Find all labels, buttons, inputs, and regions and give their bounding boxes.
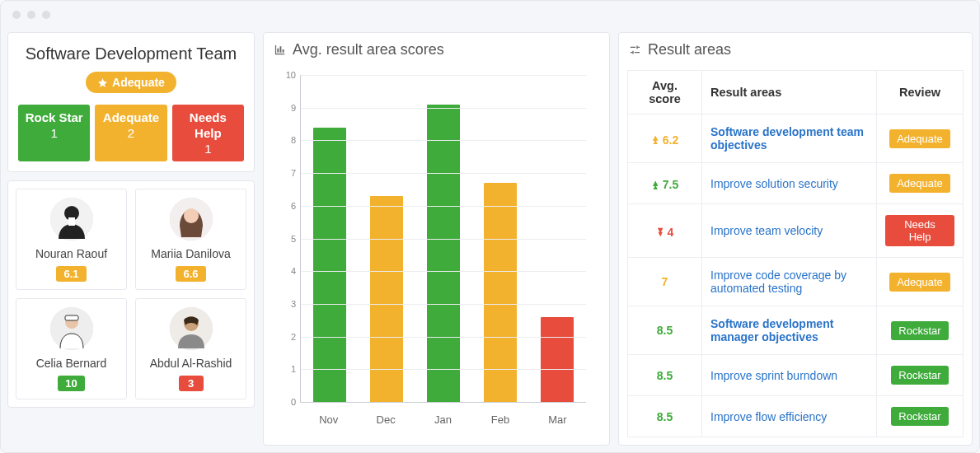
result-area-link[interactable]: Improve solution security	[710, 177, 838, 190]
result-area-link[interactable]: Improve code coverage by automated testi…	[710, 269, 846, 295]
trend-up-icon: ▲▲	[651, 180, 660, 189]
stat-rock-star[interactable]: Rock Star1	[18, 105, 90, 161]
stat-count: 1	[176, 142, 241, 157]
y-tick-label: 4	[278, 266, 296, 276]
member-name: Abdul Al-Rashid	[141, 357, 241, 370]
trend-down-icon: ▼▼	[656, 227, 665, 236]
sliders-icon	[629, 44, 641, 56]
member-score-badge: 3	[179, 376, 204, 391]
avatar	[50, 198, 93, 241]
avatar	[50, 307, 93, 350]
bar-mar[interactable]	[541, 317, 574, 402]
x-tick-label: Mar	[529, 413, 586, 426]
y-tick-label: 3	[278, 299, 296, 309]
member-card[interactable]: Nouran Raouf6.1	[16, 189, 127, 290]
member-score-badge: 6.6	[176, 266, 205, 282]
result-area-link[interactable]: Software development team objectives	[710, 125, 864, 152]
y-tick-label: 8	[278, 135, 296, 145]
avatar	[170, 307, 213, 350]
avg-scores-panel: Avg. result area scores 012345678910 Nov…	[263, 32, 610, 446]
stat-count: 2	[98, 126, 163, 142]
avatar	[170, 198, 213, 241]
review-tag[interactable]: Rockstar	[891, 407, 948, 426]
result-area-link[interactable]: Improve sprint burndown	[710, 369, 837, 382]
stat-label: Rock Star	[21, 110, 87, 126]
svg-point-4	[184, 208, 199, 223]
team-summary-card: Software Development Team Adequate Rock …	[7, 32, 255, 172]
avg-score: ▲▲7.5	[651, 178, 678, 191]
y-tick-label: 6	[278, 201, 296, 211]
stat-adequate[interactable]: Adequate2	[95, 105, 166, 161]
y-tick-label: 9	[278, 103, 296, 113]
window-controls	[12, 11, 50, 19]
result-area-row: 8.5Improve flow efficiencyRockstar	[628, 396, 964, 437]
x-tick-label: Dec	[357, 413, 414, 426]
result-area-row: ▲▲7.5Improve solution securityAdequate	[628, 163, 964, 204]
result-area-row: 7Improve code coverage by automated test…	[628, 258, 964, 306]
members-grid: Nouran Raouf6.1Mariia Danilova6.6Celia B…	[7, 180, 255, 408]
y-tick-label: 7	[278, 168, 296, 178]
result-area-link[interactable]: Software development manager objectives	[710, 317, 833, 343]
stat-label: Adequate	[98, 110, 163, 126]
member-card[interactable]: Celia Bernard10	[16, 298, 127, 399]
bar-nov[interactable]	[313, 128, 346, 402]
bar-chart-icon	[274, 44, 286, 56]
browser-chrome: Software Development Team Adequate Rock …	[0, 0, 980, 453]
x-tick-label: Feb	[471, 413, 528, 426]
member-name: Celia Bernard	[21, 357, 121, 370]
avg-score: 8.5	[657, 369, 673, 382]
team-status-pill[interactable]: Adequate	[86, 72, 176, 93]
avg-score: 7	[662, 275, 668, 288]
col-review: Review	[877, 71, 964, 114]
y-tick-label: 1	[278, 364, 296, 374]
y-tick-label: 10	[278, 70, 296, 80]
svg-rect-7	[65, 315, 78, 320]
avg-score: 8.5	[657, 410, 673, 423]
panel-title: Avg. result area scores	[293, 41, 444, 58]
avg-score: ▼▼4	[656, 226, 674, 239]
result-areas-panel: Result areas Avg. score Result areas Rev…	[618, 32, 973, 446]
avg-score: 8.5	[657, 324, 673, 337]
result-area-link[interactable]: Improve flow efficiency	[710, 410, 827, 423]
y-tick-label: 2	[278, 332, 296, 342]
team-title: Software Development Team	[18, 44, 244, 63]
x-tick-label: Nov	[300, 413, 357, 426]
bar-chart: 012345678910 NovDecJanFebMar	[300, 68, 596, 429]
stat-needs-help[interactable]: Needs Help1	[172, 105, 244, 161]
avg-score: ▲▲6.2	[651, 133, 678, 147]
review-tag[interactable]: Rockstar	[891, 321, 948, 340]
col-avg-score: Avg. score	[628, 71, 702, 114]
member-name: Mariia Danilova	[141, 247, 241, 260]
review-tag[interactable]: Adequate	[889, 129, 950, 148]
member-score-badge: 6.1	[56, 266, 86, 282]
result-area-row: 8.5Improve sprint burndownRockstar	[628, 355, 964, 396]
y-tick-label: 0	[278, 397, 296, 407]
trend-up-icon: ▲▲	[651, 135, 660, 144]
review-tag[interactable]: Rockstar	[891, 366, 948, 385]
stat-count: 1	[21, 126, 87, 142]
x-tick-label: Jan	[415, 413, 471, 426]
team-status-label: Adequate	[112, 76, 165, 89]
bar-jan[interactable]	[427, 105, 460, 402]
svg-rect-2	[68, 217, 75, 226]
star-icon	[97, 77, 108, 88]
member-card[interactable]: Mariia Danilova6.6	[135, 189, 246, 290]
result-area-row: ▼▼4Improve team velocityNeeds Help	[628, 204, 964, 258]
result-area-row: ▲▲6.2Software development team objective…	[628, 114, 964, 163]
review-tag[interactable]: Adequate	[889, 273, 950, 292]
member-card[interactable]: Abdul Al-Rashid3	[135, 298, 246, 399]
col-result-areas: Result areas	[702, 71, 877, 114]
bar-dec[interactable]	[370, 196, 403, 402]
y-tick-label: 5	[278, 234, 296, 244]
stat-label: Needs Help	[176, 110, 241, 142]
member-score-badge: 10	[58, 376, 84, 391]
member-name: Nouran Raouf	[21, 247, 121, 260]
review-tag[interactable]: Adequate	[889, 174, 950, 193]
result-areas-table: Avg. score Result areas Review ▲▲6.2Soft…	[627, 70, 964, 437]
review-tag[interactable]: Needs Help	[885, 215, 954, 246]
panel-title: Result areas	[648, 41, 731, 58]
result-area-link[interactable]: Improve team velocity	[710, 224, 823, 237]
result-area-row: 8.5Software development manager objectiv…	[628, 306, 964, 355]
